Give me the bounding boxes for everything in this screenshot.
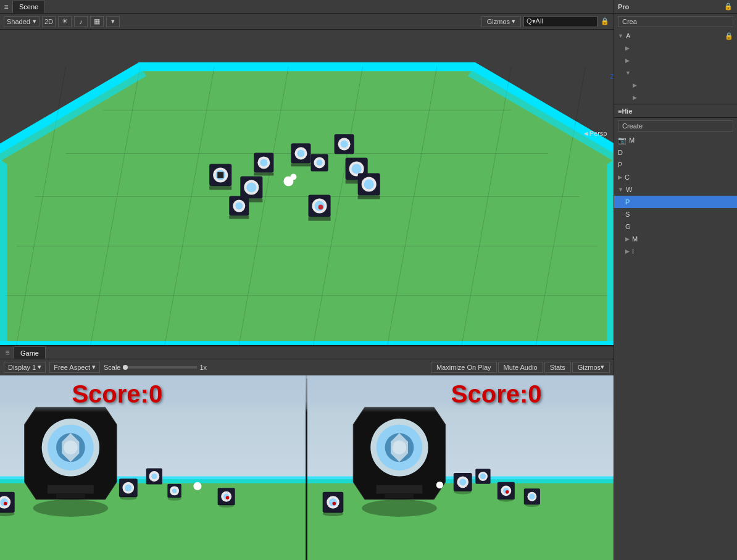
- hierarchy-label-I: I: [632, 248, 634, 255]
- inspector-arrow-1: ▶: [625, 45, 630, 51]
- svg-point-138: [525, 503, 539, 507]
- svg-point-62: [290, 173, 296, 180]
- game-panel: Display 1 ▾ Free Aspect ▾ Scale 1x Maxim…: [0, 359, 614, 560]
- hierarchy-create-button[interactable]: Create: [618, 120, 733, 132]
- scale-value: 1x: [199, 364, 207, 371]
- svg-point-29: [246, 182, 256, 192]
- sun-icon[interactable]: ☀: [58, 16, 72, 27]
- hierarchy-label-G: G: [625, 223, 631, 230]
- svg-point-91: [4, 502, 7, 506]
- scale-slider[interactable]: [123, 366, 197, 369]
- svg-point-95: [125, 485, 131, 491]
- hierarchy-item-C[interactable]: ▶ C: [614, 171, 737, 183]
- hierarchy-header: ≡ Hie: [614, 104, 737, 118]
- svg-rect-56: [229, 216, 249, 219]
- display-dropdown[interactable]: Display 1 ▾: [4, 362, 46, 373]
- hierarchy-item-M[interactable]: 📷 M: [614, 134, 737, 146]
- inspector-item-5[interactable]: ▶: [614, 91, 737, 104]
- scene-3d-view: Y X Z ◄Persp 🔒: [0, 30, 614, 345]
- shaded-label: Shaded: [7, 18, 30, 25]
- svg-text:Z: Z: [610, 73, 614, 80]
- effects-dropdown[interactable]: ▾: [106, 16, 120, 27]
- svg-point-41: [317, 159, 323, 165]
- game-3d-view: [0, 375, 614, 560]
- svg-point-139: [436, 482, 443, 488]
- game-tab-drag[interactable]: ≡: [4, 346, 11, 359]
- hierarchy-title: Hie: [622, 107, 632, 115]
- shaded-dropdown[interactable]: Shaded ▾: [4, 16, 40, 27]
- hierarchy-item-S[interactable]: S: [614, 208, 737, 220]
- svg-point-37: [297, 149, 304, 157]
- hierarchy-label-C: C: [625, 173, 630, 181]
- scene-lock-icon[interactable]: 🔒: [600, 17, 610, 27]
- aspect-label: Free Aspect: [54, 364, 90, 371]
- hierarchy-icon-M: 📷: [618, 136, 627, 144]
- stats-button[interactable]: Stats: [544, 362, 571, 373]
- hierarchy-item-D[interactable]: D: [614, 146, 737, 159]
- inspector-item-1[interactable]: ▶: [614, 42, 737, 54]
- scene-panel: ≡ Scene Shaded ▾ 2D ☀ ♪ ▦ ▾ Gizmos ▾ Q▾A…: [0, 0, 614, 346]
- maximize-on-play-button[interactable]: Maximize On Play: [431, 362, 497, 373]
- hierarchy-item-M2[interactable]: ▶ M: [614, 233, 737, 245]
- shaded-arrow: ▾: [33, 17, 36, 25]
- hierarchy-label-D: D: [618, 149, 623, 156]
- game-right-controls: Maximize On Play Mute Audio Stats Gizmos…: [431, 362, 610, 373]
- hierarchy-panel: ≡ Hie Create 📷 M D P ▶ C ▼ W P S G: [614, 104, 737, 560]
- svg-point-108: [219, 504, 234, 508]
- mute-audio-button[interactable]: Mute Audio: [498, 362, 543, 373]
- inspector-item-2[interactable]: ▶: [614, 54, 737, 67]
- svg-rect-52: [358, 196, 380, 199]
- hierarchy-item-P2[interactable]: P: [614, 196, 737, 208]
- display-arrow-icon: ▾: [38, 363, 41, 371]
- inspector-panel: Pro 🔒 Crea ▼ A 🔒 ▶ ▶ ▼ ▶ ▶ ≡ Hie Create: [614, 0, 737, 560]
- svg-point-44: [341, 140, 348, 148]
- svg-point-102: [172, 488, 177, 493]
- svg-marker-17: [0, 153, 7, 345]
- inspector-lock-button[interactable]: 🔒: [723, 2, 733, 12]
- hierarchy-label-W: W: [626, 186, 632, 193]
- hierarchy-label-S: S: [625, 211, 630, 218]
- aspect-arrow-icon: ▾: [92, 363, 96, 371]
- inspector-item-0[interactable]: ▼ A 🔒: [614, 30, 737, 42]
- inspector-item-4[interactable]: ▶: [614, 79, 737, 91]
- scene-search[interactable]: Q▾All: [523, 16, 598, 27]
- gizmos-game-arrow-icon: ▾: [601, 363, 604, 371]
- scale-control: Scale 1x: [104, 364, 207, 371]
- aspect-dropdown[interactable]: Free Aspect ▾: [49, 362, 100, 373]
- hierarchy-item-W[interactable]: ▼ W: [614, 183, 737, 196]
- inspector-create-button[interactable]: Crea: [618, 16, 733, 27]
- scale-label: Scale: [104, 364, 121, 371]
- inspector-header: Pro 🔒: [614, 0, 737, 14]
- svg-point-129: [480, 474, 486, 479]
- inspector-title: Pro: [618, 3, 629, 10]
- hierarchy-arrow-C: ▶: [618, 174, 622, 180]
- svg-point-107: [226, 496, 230, 499]
- hierarchy-item-P[interactable]: P: [614, 159, 737, 171]
- svg-point-60: [319, 205, 323, 210]
- image-icon[interactable]: ▦: [90, 16, 104, 27]
- gizmos-dropdown[interactable]: Gizmos ▾: [481, 16, 521, 27]
- scale-thumb[interactable]: [123, 365, 128, 370]
- inspector-arrow-3: ▼: [625, 70, 631, 76]
- audio-icon[interactable]: ♪: [74, 16, 88, 27]
- svg-point-125: [459, 479, 466, 485]
- game-tab[interactable]: Game: [14, 346, 46, 359]
- inspector-arrow-5: ▶: [633, 94, 637, 101]
- gizmos-game-dropdown[interactable]: Gizmos ▾: [572, 362, 610, 373]
- svg-point-99: [151, 474, 157, 479]
- mode-2d-button[interactable]: 2D: [42, 16, 56, 27]
- svg-point-133: [506, 490, 509, 494]
- svg-rect-115: [377, 485, 423, 494]
- inspector-item-3[interactable]: ▼: [614, 67, 737, 79]
- svg-point-137: [529, 494, 535, 499]
- svg-text:◄Persp: ◄Persp: [583, 130, 607, 137]
- scene-tab[interactable]: Scene: [12, 1, 45, 13]
- hierarchy-item-G[interactable]: G: [614, 220, 737, 233]
- hierarchy-item-I[interactable]: ▶ I: [614, 245, 737, 257]
- scene-tab-drag[interactable]: ≡: [2, 0, 10, 14]
- inspector-arrow-4: ▶: [633, 82, 637, 88]
- svg-rect-34: [254, 172, 273, 175]
- svg-marker-18: [607, 153, 614, 345]
- hierarchy-label-P: P: [618, 161, 622, 169]
- hierarchy-label-M2: M: [632, 235, 638, 243]
